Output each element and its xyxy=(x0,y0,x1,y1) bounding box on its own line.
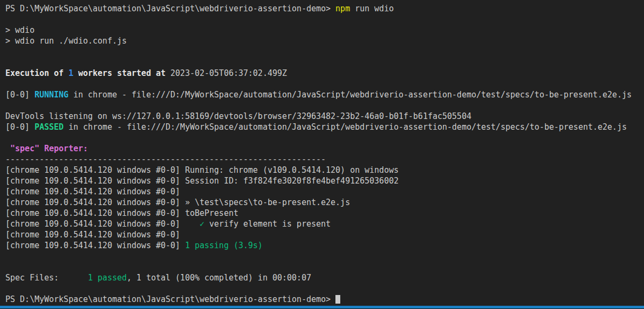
terminal-text-segment: DevTools listening on ws://127.0.0.1:581… xyxy=(5,111,471,121)
terminal-line: ----------------------------------------… xyxy=(5,154,644,165)
terminal-line xyxy=(5,46,644,57)
terminal-text-segment: Spec Files: xyxy=(5,273,88,283)
terminal-text-segment: RUNNING xyxy=(34,90,68,100)
terminal-line: Execution of 1 workers started at 2023-0… xyxy=(5,68,644,79)
terminal-text-segment: > wdio xyxy=(5,25,34,35)
terminal-line: [chrome 109.0.5414.120 windows #0-0] toB… xyxy=(5,208,644,219)
terminal-line: DevTools listening on ws://127.0.0.1:581… xyxy=(5,111,644,122)
terminal-text-segment: ----------------------------------------… xyxy=(5,154,326,164)
terminal-line: [0-0] PASSED in chrome - file:///D:/MyWo… xyxy=(5,122,644,132)
terminal-text-segment: [chrome 109.0.5414.120 windows #0-0] xyxy=(5,219,199,229)
terminal-text-segment: in chrome - file:///D:/MyWorkSpace/autom… xyxy=(63,122,627,132)
terminal-line: [chrome 109.0.5414.120 windows #0-0] ✓ v… xyxy=(5,219,644,229)
terminal-line xyxy=(5,100,644,111)
terminal-text-segment: ✓ xyxy=(199,219,204,229)
terminal-text-segment: 1 passed xyxy=(88,273,127,283)
terminal-line xyxy=(5,251,644,262)
terminal-text-segment: Execution of xyxy=(5,68,68,78)
terminal-text-segment: npm xyxy=(335,4,350,13)
terminal-line: [0-0] RUNNING in chrome - file:///D:/MyW… xyxy=(5,89,644,100)
terminal-text-segment: run wdio xyxy=(350,4,393,13)
terminal-line: Spec Files: 1 passed, 1 total (100% comp… xyxy=(5,272,644,283)
terminal-text-segment: PS D:\MyWorkSpace\automation\JavaScript\… xyxy=(5,294,335,304)
terminal-text-segment: workers started at xyxy=(73,68,170,78)
terminal-line: [chrome 109.0.5414.120 windows #0-0] xyxy=(5,229,644,240)
terminal-text-segment: [chrome 109.0.5414.120 windows #0-0] xyxy=(5,230,180,240)
terminal-cursor xyxy=(335,295,340,304)
terminal-text-segment: [chrome 109.0.5414.120 windows #0-0] xyxy=(5,187,180,196)
terminal-line: [chrome 109.0.5414.120 windows #0-0] Run… xyxy=(5,165,644,175)
terminal-line: [chrome 109.0.5414.120 windows #0-0] » \… xyxy=(5,197,644,208)
terminal-text-segment: [chrome 109.0.5414.120 windows #0-0] toB… xyxy=(5,208,238,218)
terminal-text-segment: [0-0] xyxy=(5,122,34,132)
terminal-text-segment: [chrome 109.0.5414.120 windows #0-0] Ses… xyxy=(5,176,399,186)
terminal-text-segment: [chrome 109.0.5414.120 windows #0-0] » \… xyxy=(5,198,350,207)
terminal-text-segment: PASSED xyxy=(34,122,63,132)
terminal-text-segment: [chrome 109.0.5414.120 windows #0-0] xyxy=(5,241,185,250)
terminal-line xyxy=(5,262,644,272)
terminal-line xyxy=(5,14,644,25)
terminal-line: > wdio run ./wdio.conf.js xyxy=(5,36,644,46)
terminal-text-segment: in chrome - file:///D:/MyWorkSpace/autom… xyxy=(68,90,632,100)
terminal-line xyxy=(5,283,644,294)
terminal-line: [chrome 109.0.5414.120 windows #0-0] xyxy=(5,186,644,197)
terminal-panel[interactable]: PS D:\MyWorkSpace\automation\JavaScript\… xyxy=(0,0,644,306)
terminal-text-segment: > wdio run ./wdio.conf.js xyxy=(5,36,127,46)
terminal-text-segment: "spec" Reporter: xyxy=(5,144,88,153)
terminal-line xyxy=(5,57,644,68)
terminal-line: > wdio xyxy=(5,25,644,36)
terminal-line xyxy=(5,132,644,143)
terminal-line: PS D:\MyWorkSpace\automation\JavaScript\… xyxy=(5,294,644,305)
terminal-text-segment: , 1 total (100% completed) in 00:00:07 xyxy=(127,273,311,283)
terminal-text-segment: 1 passing (3.9s) xyxy=(185,241,263,250)
terminal-text-segment: 2023-02-05T06:37:02.499Z xyxy=(170,68,287,78)
terminal-line: PS D:\MyWorkSpace\automation\JavaScript\… xyxy=(5,3,644,14)
terminal-line: [chrome 109.0.5414.120 windows #0-0] 1 p… xyxy=(5,240,644,251)
terminal-output: PS D:\MyWorkSpace\automation\JavaScript\… xyxy=(5,3,644,305)
terminal-line: "spec" Reporter: xyxy=(5,143,644,154)
terminal-text-segment: PS D:\MyWorkSpace\automation\JavaScript\… xyxy=(5,4,335,13)
terminal-line: [chrome 109.0.5414.120 windows #0-0] Ses… xyxy=(5,175,644,186)
terminal-text-segment: verify element is present xyxy=(204,219,331,229)
terminal-line xyxy=(5,79,644,89)
terminal-text-segment: [chrome 109.0.5414.120 windows #0-0] Run… xyxy=(5,165,399,175)
terminal-text-segment: [0-0] xyxy=(5,90,34,100)
